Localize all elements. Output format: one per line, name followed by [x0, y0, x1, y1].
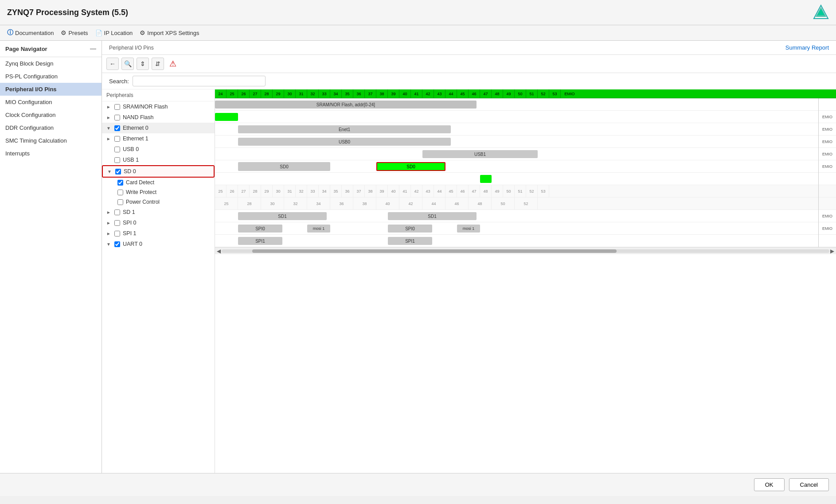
presets-btn[interactable]: ⚙ Presets	[61, 29, 88, 36]
col-num-27: 27	[250, 89, 261, 98]
spi0-bar-right: SPI0	[388, 225, 432, 233]
eth0-checkbox[interactable]	[114, 125, 120, 131]
peri-power-control[interactable]: Power Control	[102, 197, 215, 207]
spi1-checkbox[interactable]	[114, 231, 120, 236]
col-num-51: 51	[526, 89, 538, 98]
col-num-53: 53	[549, 89, 561, 98]
expand-eth0-icon: ▼	[106, 126, 112, 131]
col-num-52: 52	[538, 89, 549, 98]
usb0-bar: USB0	[238, 138, 451, 146]
content-header: Peripheral I/O Pins Summary Report	[102, 41, 836, 55]
grid-row-power-control: 25 28 30 32 34 36 38 40 42 44 46	[215, 198, 836, 210]
sidebar-item-pspl[interactable]: PS-PL Configuration	[0, 70, 102, 83]
peri-sd0[interactable]: ▼ SD 0	[102, 165, 215, 178]
sidebar-item-zynq[interactable]: Zynq Block Design	[0, 57, 102, 70]
spi1-bar-right: SPI1	[388, 237, 432, 245]
peri-usb0[interactable]: ► USB 0	[102, 144, 215, 155]
nand-checkbox[interactable]	[114, 115, 120, 120]
emio-cell-sd1: EMIO	[818, 210, 836, 222]
peri-spi0[interactable]: ► SPI 0	[102, 217, 215, 228]
emio-cell-sd0: EMIO	[818, 160, 836, 173]
sidebar-item-clock[interactable]: Clock Configuration	[0, 109, 102, 121]
collapse-icon[interactable]: —	[90, 45, 96, 52]
spi0-checkbox[interactable]	[114, 220, 120, 226]
peri-uart0[interactable]: ▼ UART 0	[102, 239, 215, 249]
horizontal-scrollbar[interactable]: ◀ ▶	[215, 247, 836, 254]
gear-icon: ⚙	[61, 29, 66, 36]
sidebar-item-peripheral[interactable]: Peripheral I/O Pins	[0, 83, 102, 96]
grid-row-spi0: SPI0 mosi 1 SPI0 mosi 1 EMIO	[215, 222, 836, 235]
grid-row-sd1: SD1 SD1 EMIO	[215, 210, 836, 222]
import-xps-btn[interactable]: ⚙ Import XPS Settings	[140, 29, 199, 36]
ok-button[interactable]: OK	[754, 478, 785, 491]
alert-btn[interactable]: ⚠	[167, 58, 179, 70]
sd1-checkbox[interactable]	[114, 209, 120, 215]
eth0-bar	[215, 113, 238, 121]
sd0-bar-left: SD0	[238, 162, 330, 171]
sidebar-item-ddr[interactable]: DDR Configuration	[0, 121, 102, 134]
peri-eth1[interactable]: ► Ethernet 1	[102, 133, 215, 144]
sidebar-item-mio[interactable]: MIO Configuration	[0, 96, 102, 109]
sidebar-item-smc[interactable]: SMC Timing Calculation	[0, 134, 102, 147]
emio-cell-pc	[818, 198, 836, 210]
sd1-bar-left: SD1	[238, 212, 327, 220]
summary-report-link[interactable]: Summary Report	[785, 44, 829, 51]
sd0-checkbox[interactable]	[115, 169, 121, 174]
title-bar: ZYNQ7 Processing System (5.5)	[0, 0, 836, 25]
eth1-bar: Enet1	[238, 125, 451, 133]
peri-card-detect[interactable]: Card Detect	[102, 178, 215, 187]
sort-btn[interactable]: ⇵	[152, 58, 164, 70]
search-label: Search:	[109, 78, 129, 85]
write-protect-checkbox[interactable]	[117, 190, 123, 195]
peri-write-protect[interactable]: Write Protect	[102, 187, 215, 197]
col-num-43: 43	[434, 89, 445, 98]
expand-nand-icon: ►	[106, 115, 112, 120]
bottom-bar: OK Cancel	[0, 473, 836, 496]
col-num-37: 37	[365, 89, 376, 98]
expand-sram-icon: ►	[106, 105, 112, 109]
peri-sd1[interactable]: ► SD 1	[102, 207, 215, 217]
info-icon: ⓘ	[7, 29, 13, 37]
expand-spi0-icon: ►	[106, 221, 112, 225]
col-num-32: 32	[307, 89, 319, 98]
col-emio: EMIO	[561, 89, 578, 98]
peri-usb1[interactable]: ► USB 1	[102, 155, 215, 165]
pin-grid: 24 25 26 27 28 29 30 31 32 33 34 35 36 3…	[215, 89, 836, 247]
search-bar: Search:	[102, 73, 836, 89]
card-detect-checkbox[interactable]	[117, 180, 123, 186]
grid-row-sd0: SD0 SD0 EMIO	[215, 160, 836, 173]
peri-sram[interactable]: ► SRAM/NOR Flash	[102, 101, 215, 112]
sd1-bar-right: SD1	[388, 212, 477, 220]
back-btn[interactable]: ←	[106, 58, 119, 70]
sidebar-item-interrupts[interactable]: Interrupts	[0, 147, 102, 160]
col-num-26: 26	[238, 89, 250, 98]
usb0-checkbox[interactable]	[114, 147, 120, 152]
emio-cell-spi0: EMIO	[818, 222, 836, 235]
uart0-checkbox[interactable]	[114, 241, 120, 247]
sram-checkbox[interactable]	[114, 104, 120, 110]
usb1-checkbox[interactable]	[114, 157, 120, 163]
col-num-40: 40	[399, 89, 411, 98]
location-icon: 📄	[95, 30, 102, 36]
search-btn[interactable]: 🔍	[121, 58, 134, 70]
grid-row-card-detect	[215, 173, 836, 185]
power-control-checkbox[interactable]	[117, 199, 123, 205]
settings-icon: ⚙	[140, 29, 145, 36]
peri-nand[interactable]: ► NAND Flash	[102, 112, 215, 123]
eth1-checkbox[interactable]	[114, 136, 120, 142]
filter-btn[interactable]: ⇕	[137, 58, 149, 70]
expand-spi1-icon: ►	[106, 231, 112, 236]
spi0-bar-left: SPI0	[238, 225, 282, 233]
search-input[interactable]	[133, 76, 266, 86]
col-num-25: 25	[227, 89, 238, 98]
scroll-left-arrow[interactable]: ◀	[217, 248, 221, 254]
mosi-bar-left: mosi 1	[307, 225, 330, 233]
scroll-right-arrow[interactable]: ▶	[830, 248, 834, 254]
documentation-btn[interactable]: ⓘ Documentation	[7, 29, 54, 37]
cancel-button[interactable]: Cancel	[789, 478, 829, 491]
peri-spi1[interactable]: ► SPI 1	[102, 228, 215, 239]
grid-area[interactable]: 24 25 26 27 28 29 30 31 32 33 34 35 36 3…	[215, 89, 836, 473]
content-body: Peripherals ► SRAM/NOR Flash ► NAND Flas…	[102, 89, 836, 473]
peri-eth0[interactable]: ▼ Ethernet 0	[102, 123, 215, 133]
ip-location-btn[interactable]: 📄 IP Location	[95, 30, 133, 36]
